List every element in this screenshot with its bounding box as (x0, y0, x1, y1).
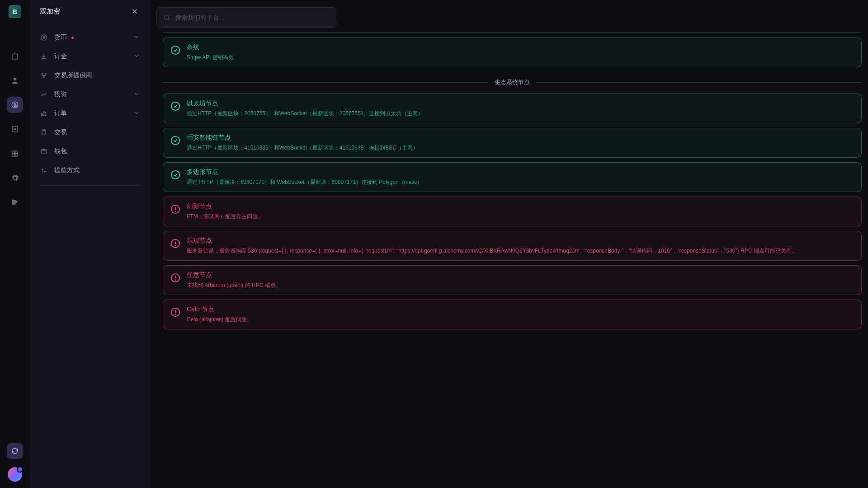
status-node-0[interactable]: 以太坊节点通过HTTP（最新区块：20567551）和WebSocket（最新区… (163, 94, 862, 123)
search-box[interactable] (156, 7, 337, 28)
user-avatar[interactable] (8, 467, 22, 482)
svg-point-25 (171, 136, 179, 145)
bars-icon (40, 109, 48, 117)
divider (40, 185, 140, 186)
svg-rect-20 (41, 150, 47, 154)
wallet-icon (40, 147, 48, 155)
node-description: 通过HTTP（最新区块：20567551）和WebSocket（最新区块：205… (187, 109, 854, 117)
svg-point-32 (175, 245, 176, 246)
status-node-6[interactable]: Celo 节点Celo (alfajores) 配置问题。 (163, 300, 862, 329)
node-description: Celo (alfajores) 配置问题。 (187, 315, 854, 324)
clipped-node-border (163, 33, 862, 33)
logo-letter: B (13, 8, 17, 15)
rail-swatch-icon[interactable] (7, 194, 23, 211)
node-description: 通过HTTP（最新区块：41519335）和WebSocket（最新区块：415… (187, 144, 854, 152)
svg-rect-6 (15, 151, 18, 153)
sidebar-item-label: 交易 (54, 128, 67, 136)
rail-home-icon[interactable] (7, 48, 23, 64)
svg-point-38 (175, 314, 176, 314)
node-title: 任意节点 (187, 271, 854, 279)
search-input[interactable] (175, 14, 330, 21)
notification-dot (71, 37, 74, 39)
sidebar-item-label: 钱包 (54, 147, 67, 155)
svg-point-24 (171, 102, 179, 110)
node-description: 通过 HTTP（最新块：60807170）和 WebSocket（最新块：608… (187, 178, 854, 186)
trend-icon (40, 90, 48, 99)
svg-point-13 (45, 73, 47, 75)
node-description: Stripe API 密钥有效 (187, 53, 854, 61)
clipboard-icon (40, 128, 48, 136)
sidebar-item-4[interactable]: 订单 (34, 104, 145, 123)
close-icon[interactable] (130, 6, 140, 16)
rail-gear-icon[interactable] (7, 170, 23, 186)
alert-circle-icon (170, 204, 180, 214)
sidebar-title: 双加密 (40, 7, 60, 16)
node-description: 未找到 Arbitrum (goerli) 的 RPC 端点。 (187, 281, 854, 289)
sidebar-item-label: 提款方式 (54, 166, 80, 174)
node-title: 多边形节点 (187, 168, 854, 176)
svg-point-14 (43, 77, 45, 78)
check-circle-icon (170, 45, 180, 55)
chevron-down-icon (133, 110, 140, 117)
status-node-5[interactable]: 任意节点未找到 Arbitrum (goerli) 的 RPC 端点。 (163, 265, 862, 295)
svg-point-12 (42, 73, 43, 75)
rail-grid-icon[interactable] (7, 145, 23, 162)
svg-rect-7 (12, 154, 14, 156)
svg-rect-16 (43, 112, 44, 116)
sidebar-item-0[interactable]: 货币 (34, 28, 145, 47)
sidebar-item-label: 订金 (54, 52, 67, 61)
svg-point-29 (175, 211, 176, 211)
status-node-4[interactable]: 乐观节点服务器错误：服务器响应 530 (request={ }, respon… (163, 231, 862, 261)
status-node-2[interactable]: 多边形节点通过 HTTP（最新块：60807170）和 WebSocket（最新… (163, 162, 862, 192)
status-node-top-0[interactable]: 条纹Stripe API 密钥有效 (163, 38, 862, 67)
check-circle-icon (170, 136, 180, 145)
svg-rect-5 (12, 151, 14, 153)
withdraw-icon (40, 166, 48, 174)
rail-sync-icon[interactable] (7, 443, 23, 459)
app-logo[interactable]: B (9, 5, 21, 18)
sidebar-item-7[interactable]: 提款方式 (34, 161, 145, 180)
status-node-3[interactable]: 幻影节点FTM（测试网）配置存在问题。 (163, 197, 862, 226)
alert-circle-icon (170, 273, 180, 283)
svg-point-0 (14, 78, 16, 80)
check-circle-icon (170, 170, 180, 180)
svg-point-26 (171, 171, 179, 179)
node-title: 条纹 (187, 43, 854, 52)
node-title: Celo 节点 (187, 305, 854, 314)
node-title: 币安智能链节点 (187, 134, 854, 142)
coin-icon (40, 33, 48, 42)
node-description: FTM（测试网）配置存在问题。 (187, 212, 854, 221)
sidebar-item-label: 订单 (54, 109, 67, 117)
rail-news-icon[interactable] (7, 121, 23, 137)
sidebar-item-label: 货币 (54, 33, 67, 42)
download-icon (40, 52, 48, 61)
icon-rail: B (0, 0, 30, 488)
svg-rect-15 (42, 113, 42, 116)
sidebar-item-3[interactable]: 投资 (34, 85, 145, 104)
node-title: 乐观节点 (187, 237, 854, 245)
search-icon (163, 14, 170, 21)
sidebar-item-2[interactable]: 交易所提供商 (34, 66, 145, 85)
svg-point-21 (165, 15, 169, 19)
sidebar-item-label: 投资 (54, 90, 67, 99)
chevron-down-icon (133, 53, 140, 61)
svg-line-22 (168, 19, 170, 20)
svg-point-23 (171, 46, 179, 54)
svg-rect-17 (45, 113, 46, 116)
nodes-icon (40, 71, 48, 80)
alert-circle-icon (170, 239, 180, 249)
check-circle-icon (170, 101, 180, 111)
sidebar-item-5[interactable]: 交易 (34, 123, 145, 142)
rail-user-icon[interactable] (7, 72, 23, 89)
status-node-1[interactable]: 币安智能链节点通过HTTP（最新区块：41519335）和WebSocket（最… (163, 128, 862, 158)
node-description: 服务器错误：服务器响应 530 (request={ }, response={… (187, 247, 854, 255)
chevron-down-icon (133, 91, 140, 99)
main-area: 条纹Stripe API 密钥有效生态系统节点以太坊节点通过HTTP（最新区块：… (150, 0, 868, 488)
rail-currency-icon[interactable] (7, 97, 23, 113)
node-title: 以太坊节点 (187, 99, 854, 108)
svg-rect-8 (15, 154, 18, 156)
chevron-down-icon (133, 34, 140, 42)
sidebar-item-6[interactable]: 钱包 (34, 142, 145, 161)
sidebar-item-1[interactable]: 订金 (34, 47, 145, 66)
sidebar-item-label: 交易所提供商 (54, 71, 92, 80)
